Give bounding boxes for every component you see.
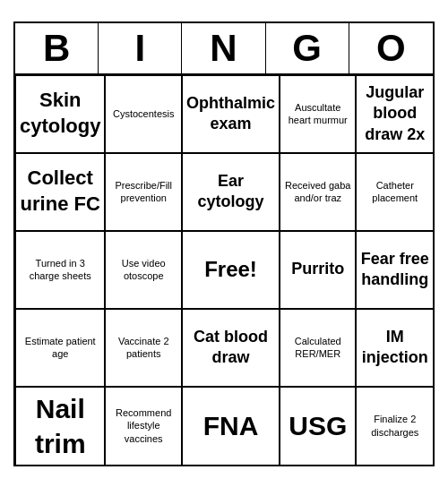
- bingo-cell-text-3: Auscultate heart murmur: [284, 101, 352, 127]
- bingo-cell-text-14: Fear free handling: [360, 249, 429, 291]
- bingo-cell-text-1: Cystocentesis: [113, 107, 174, 120]
- bingo-cell-text-20: Nail trim: [20, 391, 100, 461]
- bingo-cell-1[interactable]: Cystocentesis: [105, 75, 182, 153]
- bingo-cell-text-2: Ophthalmic exam: [186, 93, 275, 135]
- bingo-cell-4[interactable]: Jugular blood draw 2x: [356, 75, 433, 153]
- bingo-cell-22[interactable]: FNA: [182, 387, 280, 465]
- bingo-cell-6[interactable]: Prescribe/Fill prevention: [105, 153, 182, 231]
- bingo-cell-text-6: Prescribe/Fill prevention: [109, 179, 177, 205]
- bingo-cell-text-13: Purrito: [291, 259, 344, 279]
- bingo-cell-text-18: Calculated RER/MER: [284, 335, 352, 361]
- bingo-cell-10[interactable]: Turned in 3 charge sheets: [15, 231, 105, 309]
- bingo-cell-20[interactable]: Nail trim: [15, 387, 105, 465]
- bingo-cell-text-15: Estimate patient age: [20, 335, 100, 361]
- bingo-cell-text-24: Finalize 2 discharges: [360, 413, 429, 439]
- bingo-cell-15[interactable]: Estimate patient age: [15, 309, 105, 387]
- bingo-cell-text-21: Recommend lifestyle vaccines: [109, 406, 177, 445]
- bingo-cell-text-10: Turned in 3 charge sheets: [20, 257, 100, 283]
- bingo-cell-text-4: Jugular blood draw 2x: [360, 82, 429, 145]
- bingo-cell-11[interactable]: Use video otoscope: [105, 231, 182, 309]
- bingo-cell-8[interactable]: Received gaba and/or traz: [280, 153, 357, 231]
- bingo-cell-13[interactable]: Purrito: [280, 231, 357, 309]
- bingo-cell-text-7: Ear cytology: [186, 171, 275, 213]
- bingo-cell-text-8: Received gaba and/or traz: [284, 179, 352, 205]
- bingo-cell-text-22: FNA: [203, 408, 259, 443]
- bingo-letter-g: G: [266, 23, 349, 73]
- bingo-letter-b: B: [15, 23, 99, 73]
- bingo-cell-9[interactable]: Catheter placement: [356, 153, 433, 231]
- bingo-cell-text-16: Vaccinate 2 patients: [109, 335, 177, 361]
- bingo-header: BINGO: [15, 23, 433, 75]
- bingo-cell-7[interactable]: Ear cytology: [182, 153, 280, 231]
- bingo-cell-16[interactable]: Vaccinate 2 patients: [105, 309, 182, 387]
- bingo-cell-19[interactable]: IM injection: [356, 309, 433, 387]
- bingo-letter-n: N: [182, 23, 265, 73]
- bingo-card: BINGO Skin cytologyCystocentesisOphthalm…: [13, 21, 435, 466]
- bingo-grid: Skin cytologyCystocentesisOphthalmic exa…: [15, 75, 433, 465]
- bingo-cell-14[interactable]: Fear free handling: [356, 231, 433, 309]
- bingo-cell-2[interactable]: Ophthalmic exam: [182, 75, 280, 153]
- bingo-letter-o: O: [349, 23, 433, 73]
- bingo-cell-text-5: Collect urine FC: [20, 166, 100, 217]
- bingo-cell-text-9: Catheter placement: [360, 179, 429, 205]
- bingo-cell-text-17: Cat blood draw: [186, 327, 275, 369]
- bingo-cell-23[interactable]: USG: [280, 387, 357, 465]
- bingo-cell-3[interactable]: Auscultate heart murmur: [280, 75, 357, 153]
- bingo-cell-text-19: IM injection: [360, 327, 429, 369]
- bingo-cell-text-0: Skin cytology: [20, 88, 100, 139]
- bingo-cell-0[interactable]: Skin cytology: [15, 75, 105, 153]
- bingo-cell-24[interactable]: Finalize 2 discharges: [356, 387, 433, 465]
- bingo-cell-5[interactable]: Collect urine FC: [15, 153, 105, 231]
- bingo-cell-text-23: USG: [289, 408, 347, 443]
- bingo-cell-text-11: Use video otoscope: [109, 257, 177, 283]
- bingo-cell-18[interactable]: Calculated RER/MER: [280, 309, 357, 387]
- bingo-cell-17[interactable]: Cat blood draw: [182, 309, 280, 387]
- bingo-cell-12[interactable]: Free!: [182, 231, 280, 309]
- bingo-cell-21[interactable]: Recommend lifestyle vaccines: [105, 387, 182, 465]
- bingo-cell-text-12: Free!: [204, 255, 257, 283]
- bingo-letter-i: I: [99, 23, 182, 73]
